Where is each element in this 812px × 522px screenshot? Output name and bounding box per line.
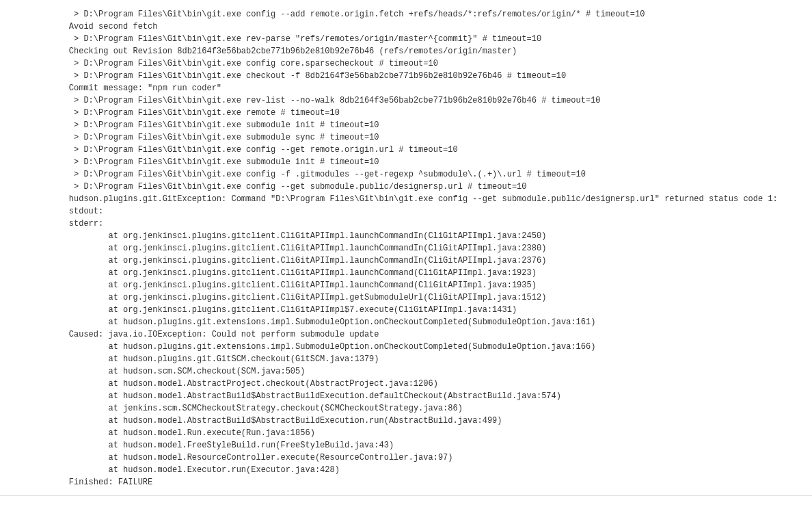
console-line: at hudson.model.AbstractBuild$AbstractBu… bbox=[0, 415, 812, 427]
console-line: at org.jenkinsci.plugins.gitclient.CliGi… bbox=[0, 267, 812, 279]
console-line: at hudson.model.AbstractBuild$AbstractBu… bbox=[0, 390, 812, 402]
console-line: at hudson.model.FreeStyleBuild.run(FreeS… bbox=[0, 439, 812, 452]
console-output: > D:\Program Files\Git\bin\git.exe confi… bbox=[0, 8, 812, 496]
console-line: Commit message: "npm run coder" bbox=[0, 82, 812, 94]
console-line: at org.jenkinsci.plugins.gitclient.CliGi… bbox=[0, 255, 812, 267]
console-line: at org.jenkinsci.plugins.gitclient.CliGi… bbox=[0, 242, 812, 255]
console-line: at org.jenkinsci.plugins.gitclient.CliGi… bbox=[0, 291, 812, 304]
console-line: at hudson.scm.SCM.checkout(SCM.java:505) bbox=[0, 365, 812, 378]
console-line: Checking out Revision 8db2164f3e56bab2cb… bbox=[0, 45, 812, 57]
console-line: > D:\Program Files\Git\bin\git.exe confi… bbox=[0, 144, 812, 156]
console-line: at org.jenkinsci.plugins.gitclient.CliGi… bbox=[0, 304, 812, 316]
console-line: at hudson.plugins.git.extensions.impl.Su… bbox=[0, 341, 812, 353]
console-line: > D:\Program Files\Git\bin\git.exe check… bbox=[0, 70, 812, 82]
console-line: at hudson.model.AbstractProject.checkout… bbox=[0, 378, 812, 390]
console-line: at hudson.model.Executor.run(Executor.ja… bbox=[0, 464, 812, 476]
console-line: at jenkins.scm.SCMCheckoutStrategy.check… bbox=[0, 402, 812, 415]
console-line: > D:\Program Files\Git\bin\git.exe rev-p… bbox=[0, 33, 812, 45]
console-line: > D:\Program Files\Git\bin\git.exe submo… bbox=[0, 119, 812, 131]
console-line: at org.jenkinsci.plugins.gitclient.CliGi… bbox=[0, 230, 812, 242]
console-line: Caused: java.io.IOException: Could not p… bbox=[0, 328, 812, 341]
console-line: > D:\Program Files\Git\bin\git.exe confi… bbox=[0, 57, 812, 70]
console-line: > D:\Program Files\Git\bin\git.exe confi… bbox=[0, 168, 812, 181]
console-line: Avoid second fetch bbox=[0, 21, 812, 33]
console-line: > D:\Program Files\Git\bin\git.exe submo… bbox=[0, 156, 812, 168]
console-line: > D:\Program Files\Git\bin\git.exe remot… bbox=[0, 107, 812, 119]
console-line: stdout: bbox=[0, 205, 812, 218]
console-line: at hudson.plugins.git.GitSCM.checkout(Gi… bbox=[0, 353, 812, 365]
console-line: > D:\Program Files\Git\bin\git.exe submo… bbox=[0, 131, 812, 144]
console-line: Finished: FAILURE bbox=[0, 476, 812, 488]
console-line: > D:\Program Files\Git\bin\git.exe confi… bbox=[0, 8, 812, 21]
console-line: hudson.plugins.git.GitException: Command… bbox=[0, 193, 812, 205]
console-line: stderr: bbox=[0, 218, 812, 230]
console-line: at org.jenkinsci.plugins.gitclient.CliGi… bbox=[0, 279, 812, 291]
console-line: at hudson.model.Run.execute(Run.java:185… bbox=[0, 427, 812, 439]
console-line: at hudson.model.ResourceController.execu… bbox=[0, 452, 812, 464]
console-line: > D:\Program Files\Git\bin\git.exe confi… bbox=[0, 181, 812, 193]
console-line: at hudson.plugins.git.extensions.impl.Su… bbox=[0, 316, 812, 328]
console-line: > D:\Program Files\Git\bin\git.exe rev-l… bbox=[0, 94, 812, 107]
